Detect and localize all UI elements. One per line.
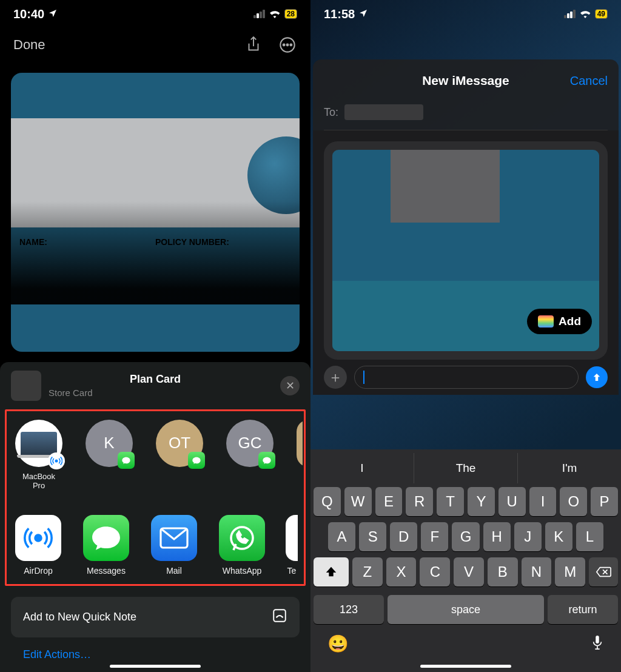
home-indicator[interactable] (110, 665, 201, 668)
add-to-wallet-button[interactable]: Add (527, 309, 592, 334)
cancel-button[interactable]: Cancel (570, 74, 608, 88)
airdrop-badge-icon (48, 452, 65, 469)
key-row-3: Z X C V B N M (314, 557, 618, 586)
app-whatsapp[interactable]: WhatsApp (219, 515, 265, 576)
wifi-icon (579, 7, 591, 21)
key-t[interactable]: T (437, 487, 464, 516)
plus-button[interactable]: ＋ (324, 366, 347, 389)
close-button[interactable]: ✕ (280, 376, 300, 395)
to-field[interactable] (344, 104, 423, 120)
battery-icon: 28 (284, 9, 297, 19)
contact-ot[interactable]: OT (156, 420, 203, 491)
key-c[interactable]: C (420, 557, 450, 586)
key-n[interactable]: N (522, 557, 552, 586)
key-s[interactable]: S (359, 522, 386, 551)
svg-point-3 (290, 44, 292, 46)
contact-gc[interactable]: GC (226, 420, 274, 491)
key-v[interactable]: V (454, 557, 484, 586)
key-q[interactable]: Q (314, 487, 341, 516)
contacts-row: MacBook Pro K OT GC (8, 416, 303, 498)
right-screenshot: 11:58 49 New iMessage Cancel (310, 0, 621, 672)
return-key[interactable]: return (548, 595, 618, 624)
svg-point-4 (55, 460, 57, 462)
app-messages[interactable]: Messages (83, 515, 129, 576)
key-p[interactable]: P (591, 487, 618, 516)
quicknote-icon (272, 608, 287, 627)
key-u[interactable]: U (498, 487, 526, 516)
share-sheet: Plan Card Store Card ✕ MacBook Pro K (0, 362, 310, 672)
key-row-2: A S D F G H J K L (314, 522, 618, 551)
key-w[interactable]: W (344, 487, 372, 516)
key-z[interactable]: Z (352, 557, 383, 586)
svg-point-2 (287, 44, 289, 46)
key-e[interactable]: E (375, 487, 403, 516)
app-airdrop[interactable]: AirDrop (15, 515, 61, 576)
attachment-preview: Add (324, 141, 608, 360)
wallet-icon (538, 315, 554, 328)
key-o[interactable]: O (560, 487, 587, 516)
predictive-row: I The I'm (310, 453, 621, 483)
prediction[interactable]: I'm (518, 453, 621, 483)
top-nav: Done (0, 28, 310, 62)
edit-actions-link[interactable]: Edit Actions… (11, 637, 300, 661)
key-x[interactable]: X (386, 557, 417, 586)
battery-icon: 49 (595, 9, 608, 19)
key-m[interactable]: M (555, 557, 585, 586)
app-partial[interactable]: Te (287, 515, 297, 576)
key-g[interactable]: G (452, 522, 479, 551)
message-header: New iMessage Cancel To: (313, 59, 619, 130)
backspace-key[interactable] (589, 557, 618, 586)
emoji-button[interactable]: 😀 (327, 634, 349, 654)
signal-icon (253, 10, 265, 18)
status-bar: 10:40 28 (0, 0, 310, 28)
home-indicator[interactable] (420, 665, 511, 668)
key-row-bottom: 123 space return (310, 595, 621, 629)
messages-badge-icon (118, 452, 135, 469)
numbers-key[interactable]: 123 (314, 595, 384, 624)
prediction[interactable]: I (310, 453, 414, 483)
contact-partial[interactable] (297, 420, 303, 491)
key-h[interactable]: H (483, 522, 511, 551)
svg-rect-9 (596, 636, 599, 643)
shift-key[interactable] (314, 557, 349, 586)
send-button[interactable] (586, 366, 608, 388)
keyboard: I The I'm Q W E R T Y U I O P A S D F (310, 449, 621, 672)
mail-icon (151, 515, 197, 561)
status-bar: 11:58 49 (310, 0, 621, 28)
contact-macbook[interactable]: MacBook Pro (15, 420, 62, 491)
key-b[interactable]: B (488, 557, 518, 586)
message-input[interactable] (354, 366, 579, 389)
dictation-button[interactable] (591, 634, 604, 654)
macbook-icon (21, 432, 57, 455)
sheet-thumbnail (11, 371, 41, 401)
location-icon (48, 7, 58, 21)
contact-k[interactable]: K (86, 420, 133, 491)
key-y[interactable]: Y (468, 487, 495, 516)
key-f[interactable]: F (421, 522, 448, 551)
more-icon[interactable] (278, 35, 297, 55)
key-j[interactable]: J (514, 522, 542, 551)
airdrop-icon (15, 515, 61, 561)
key-k[interactable]: K (545, 522, 572, 551)
status-time: 10:40 (13, 7, 44, 21)
key-l[interactable]: L (576, 522, 603, 551)
card-name-label: NAME: (19, 237, 155, 247)
sheet-title: Plan Card (0, 373, 310, 386)
card-preview: NAME: POLICY NUMBER: (0, 62, 310, 304)
status-time: 11:58 (324, 7, 355, 21)
done-button[interactable]: Done (13, 37, 45, 53)
key-a[interactable]: A (328, 522, 355, 551)
key-r[interactable]: R (406, 487, 433, 516)
app-mail[interactable]: Mail (151, 515, 197, 576)
key-i[interactable]: I (529, 487, 557, 516)
key-d[interactable]: D (390, 522, 417, 551)
space-key[interactable]: space (388, 595, 544, 624)
prediction[interactable]: The (414, 453, 518, 483)
location-icon (358, 7, 368, 21)
add-quick-note-button[interactable]: Add to New Quick Note (11, 597, 300, 637)
svg-point-5 (35, 535, 41, 541)
svg-point-1 (283, 44, 285, 46)
key-row-1: Q W E R T Y U I O P (314, 487, 618, 516)
share-icon[interactable] (244, 35, 263, 55)
to-label: To: (324, 106, 338, 119)
